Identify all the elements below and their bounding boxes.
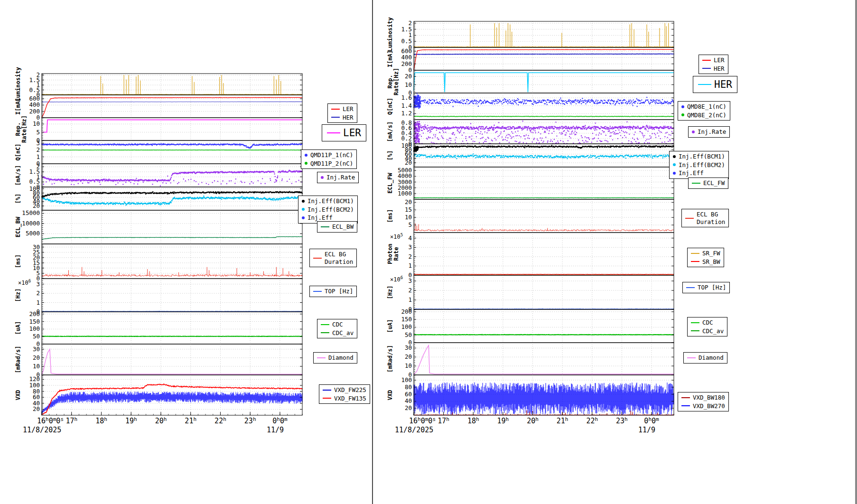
beam-injection-monitor-window: 00.511.52Luminosity0200400600I[mA]0510Re…	[0, 0, 857, 504]
dot-marker-icon	[681, 113, 684, 116]
legend-label: Inj.Eff(BCM2)	[679, 161, 725, 169]
line-marker-icon	[323, 398, 331, 399]
legend-item: CDC	[321, 321, 354, 328]
line-marker-icon	[317, 357, 326, 358]
legend-item: ECL BGDuration	[313, 251, 353, 265]
dot-marker-icon	[302, 216, 305, 219]
legend-label: VXD_BW270	[693, 402, 725, 410]
legend-left-cdc: CDCCDC_av	[317, 319, 357, 338]
legend-label: Inj.Eff	[679, 169, 704, 177]
legend-label: QMD11P_1(nC)	[310, 151, 353, 159]
legend-label: TOP [Hz]	[325, 288, 353, 295]
legend-item: ECL_BW	[321, 223, 354, 231]
line-marker-icon	[702, 60, 711, 61]
legend-label: LER	[343, 127, 361, 139]
legend-left-qmd: QMD11P_1(nC)QMD11P_2(nC)	[301, 149, 357, 169]
legend-item: QMD8E_1(nC)	[681, 103, 727, 111]
legend-left-ecl-bw: ECL_BW	[317, 221, 357, 233]
legend-right-inj-eff: Inj.Eff(BCM1)Inj.Eff(BCM2)Inj.Eff	[669, 151, 729, 179]
legend-item: CDC_av	[691, 327, 724, 335]
legend-label: VXD_FW225	[334, 386, 366, 394]
legend-item: VXD_FW225	[323, 386, 366, 394]
legend-label: HER	[714, 78, 732, 91]
legend-label: SR_BW	[702, 258, 720, 266]
legend-item: Inj.Eff(BCM2)	[673, 161, 725, 169]
line-marker-icon	[691, 322, 699, 323]
legend-left-inj-rate: Inj.Rate	[317, 172, 359, 183]
line-marker-icon	[698, 84, 711, 85]
legend-label: SR_FW	[702, 250, 720, 257]
dot-marker-icon	[302, 208, 305, 211]
legend-label: LER	[714, 56, 725, 64]
legend-item: Inj.Eff(BCM1)	[302, 197, 354, 205]
line-marker-icon	[321, 324, 329, 325]
legend-item: TOP [Hz]	[686, 284, 726, 291]
legend-item: SR_FW	[691, 250, 720, 257]
legend-item: Inj.Eff	[673, 169, 725, 177]
legend-right-cdc: CDCCDC_av	[687, 317, 727, 336]
legend-item: Inj.Rate	[321, 174, 355, 181]
legend-item: QMD11P_2(nC)	[305, 160, 353, 168]
legend-label: CDC	[332, 321, 343, 328]
legend-right-top: TOP [Hz]	[682, 282, 730, 293]
legend-label: VXD_FW135	[334, 395, 366, 402]
legend-label: QMD8E_2(nC)	[687, 112, 727, 119]
line-marker-icon	[702, 68, 711, 69]
legend-item: CDC	[691, 319, 724, 327]
panel-divider	[372, 0, 373, 504]
legend-left-beams: LERHER	[327, 103, 357, 123]
legend-right-ecl-bg: ECL BGDuration	[681, 209, 729, 227]
legend-label: ECL BGDuration	[697, 211, 725, 225]
dot-marker-icon	[302, 200, 305, 203]
legend-item: LER	[327, 127, 361, 139]
dot-marker-icon	[321, 176, 324, 179]
legend-item: SR_BW	[691, 258, 720, 266]
legend-left-diamond: Diamond	[313, 352, 357, 364]
legend-item: VXD_BW270	[681, 402, 725, 410]
legend-left-ring: LER	[322, 124, 366, 141]
legend-label: Inj.Eff	[307, 214, 333, 222]
legend-left-ecl-bg: ECL BGDuration	[309, 249, 357, 267]
legend-label: CDC_av	[332, 329, 354, 337]
line-marker-icon	[327, 132, 340, 133]
legend-label: Inj.Rate	[326, 174, 355, 181]
legend-label: QMD11P_2(nC)	[310, 160, 353, 168]
legend-label: Inj.Eff(BCM1)	[679, 153, 725, 160]
line-marker-icon	[691, 330, 699, 331]
legend-right-sr: SR_FWSR_BW	[687, 248, 724, 267]
legend-left-vxd: VXD_FW225VXD_FW135	[319, 384, 370, 404]
legend-item: VXD_BW180	[681, 394, 725, 401]
legend-item: HER	[702, 65, 725, 73]
legend-label: Diamond	[699, 354, 724, 362]
legend-label: Inj.Eff(BCM2)	[307, 206, 354, 214]
dot-marker-icon	[305, 154, 307, 157]
line-marker-icon	[323, 390, 331, 391]
legend-right-beams: LERHER	[699, 55, 728, 74]
dot-marker-icon	[681, 105, 684, 108]
line-marker-icon	[321, 332, 329, 333]
line-marker-icon	[313, 258, 322, 259]
legend-item: Diamond	[687, 354, 724, 362]
legend-item: QMD8E_2(nC)	[681, 112, 727, 119]
line-marker-icon	[691, 261, 699, 262]
legend-item: Inj.Eff	[302, 214, 354, 222]
legend-label: LER	[343, 105, 354, 113]
legend-item: CDC_av	[321, 329, 354, 337]
legend-item: LER	[331, 105, 354, 113]
legend-item: ECL_FW	[692, 179, 725, 187]
legend-right-ecl-fw: ECL_FW	[688, 177, 728, 189]
line-marker-icon	[313, 291, 322, 292]
legend-label: ECL_BW	[332, 223, 354, 231]
dot-marker-icon	[673, 163, 676, 166]
line-marker-icon	[331, 117, 340, 118]
line-marker-icon	[331, 109, 340, 110]
legend-item: Inj.Rate	[692, 128, 726, 136]
legend-right-diamond: Diamond	[683, 352, 727, 364]
legend-item: VXD_FW135	[323, 395, 366, 402]
legend-item: ECL BGDuration	[685, 211, 725, 225]
legend-label: CDC_av	[702, 327, 724, 335]
legend-item: Diamond	[317, 354, 354, 362]
line-marker-icon	[681, 405, 690, 406]
legend-label: Inj.Rate	[698, 128, 726, 136]
legend-label: HER	[714, 65, 725, 73]
